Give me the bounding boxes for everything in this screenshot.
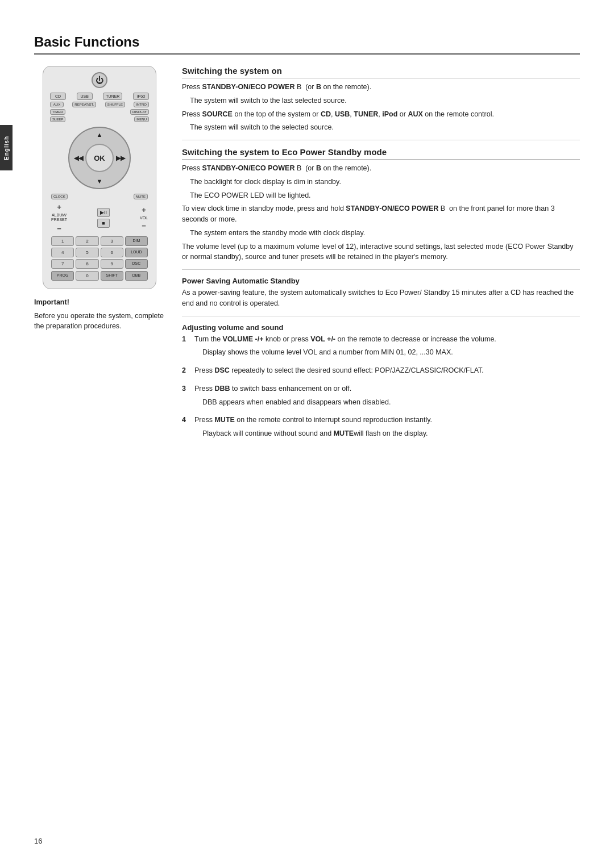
nav-circle: ▲ ◀◀ OK ▶▶ ▼	[68, 127, 131, 189]
page-number: 16	[34, 837, 42, 845]
power-saving-text: As a power-saving feature, the system au…	[182, 287, 580, 309]
num-1: 1	[51, 236, 74, 246]
remote-row3: TIMER DISPLAY	[49, 109, 150, 115]
repeat-button: REPEAT/ST.	[72, 102, 96, 107]
usb-button: USB	[77, 93, 93, 100]
eco-standby-p3: The ECO POWER LED will be lighted.	[182, 190, 580, 201]
power-saving-title: Power Saving Automatic Standby	[182, 277, 580, 285]
num-9: 9	[101, 259, 123, 269]
shift-button: SHIFT	[101, 271, 123, 281]
section-switching-on: Switching the system on Press STANDBY-ON…	[182, 66, 580, 133]
volume-item-4: 4 Press MUTE on the remote control to in…	[182, 415, 580, 442]
switching-on-p1: Press STANDBY-ON/ECO POWER B (or B on th…	[182, 82, 580, 93]
switching-on-p2: The system will switch to the last selec…	[182, 95, 580, 106]
tuner-button: TUNER	[103, 93, 122, 100]
nav-up-arrow: ▲	[97, 131, 103, 138]
switching-on-p4: The system will switch to the selected s…	[182, 122, 580, 133]
num-6: 6	[101, 248, 123, 257]
vol-minus: −	[142, 222, 146, 230]
important-heading: Important!	[34, 298, 69, 306]
volume-item-2: 2 Press DSC repeatedly to select the des…	[182, 365, 580, 379]
item-4-content: Press MUTE on the remote control to inte…	[194, 415, 580, 442]
dbb-button: DBB	[125, 271, 148, 281]
remote-power-area: ⏻	[49, 72, 150, 88]
item-2-text: Press DSC repeatedly to select the desir…	[194, 365, 580, 376]
intro-button: INTRO	[134, 102, 149, 107]
eco-standby-title: Switching the system to Eco Power Standb…	[182, 147, 580, 160]
shuffle-button: SHUFFLE	[105, 102, 125, 107]
eco-standby-p2: The backlight for clock display is dim i…	[182, 177, 580, 187]
numpad: 1 2 3 DIM 4 5 6 LOUD 7 8 9 DSC	[49, 236, 150, 269]
adjusting-volume-title: Adjusting volume and sound	[182, 323, 580, 332]
section-divider-1	[182, 140, 580, 140]
num-0: 0	[76, 271, 98, 281]
item-3-num: 3	[182, 383, 190, 411]
nav-left-arrow: ◀◀	[74, 155, 83, 162]
num-3: 3	[101, 236, 123, 246]
item-4-text: Press MUTE on the remote control to inte…	[194, 415, 580, 425]
item-4-num: 4	[182, 415, 190, 442]
eco-standby-p6: The volume level (up to a maximum volume…	[182, 241, 580, 263]
prog-button: PROG	[51, 271, 74, 281]
nav-right-arrow: ▶▶	[116, 155, 125, 162]
switching-on-p3: Press SOURCE on the top of the system or…	[182, 109, 580, 120]
nav-down-arrow: ▼	[97, 178, 103, 185]
section-adjusting-volume: Adjusting volume and sound 1 Turn the VO…	[182, 323, 580, 442]
power-icon: ⏻	[96, 76, 103, 85]
remote-row2: AUX REPEAT/ST. SHUFFLE INTRO	[49, 102, 150, 107]
item-3-content: Press DBB to switch bass enhancement on …	[194, 383, 580, 411]
section-power-saving: Power Saving Automatic Standby As a powe…	[182, 277, 580, 309]
album-plus: +	[57, 203, 61, 211]
play-pause-button: ▶II	[97, 208, 110, 217]
right-column: Switching the system on Press STANDBY-ON…	[182, 66, 580, 446]
vol-plus: +	[142, 206, 146, 214]
num-2: 2	[76, 236, 98, 246]
important-note: Important! Before you operate the system…	[34, 297, 165, 332]
item-2-content: Press DSC repeatedly to select the desir…	[194, 365, 580, 379]
clock-button: CLOCK	[51, 194, 68, 199]
title-divider	[34, 53, 580, 55]
vol-label: VOL	[140, 216, 148, 220]
remote-control-image: ⏻ CD USB TUNER iPod AUX REPEAT/ST. SHUFF…	[43, 66, 156, 289]
item-4-indent: Playback will continue without sound and…	[194, 428, 580, 439]
remote-source-row: CD USB TUNER iPod	[49, 93, 150, 100]
display-button: DISPLAY	[130, 109, 149, 115]
eco-standby-p4: To view clock time in standby mode, pres…	[182, 203, 580, 225]
section-eco-standby: Switching the system to Eco Power Standb…	[182, 147, 580, 262]
album-preset-col: + ALBUM/PRESET −	[51, 203, 67, 233]
sleep-button: SLEEP	[50, 116, 65, 122]
dim-button: DIM	[125, 236, 148, 246]
mute-button: MUTE	[134, 194, 148, 199]
item-1-text: Turn the VOLUME -/+ knob or press VOL +/…	[194, 334, 580, 345]
loud-button: LOUD	[125, 248, 148, 257]
dsc-button: DSC	[125, 259, 148, 269]
cd-button: CD	[50, 93, 66, 100]
switching-on-title: Switching the system on	[182, 66, 580, 78]
num-8: 8	[76, 259, 98, 269]
page-title: Basic Functions	[34, 34, 580, 50]
volume-item-1: 1 Turn the VOLUME -/+ knob or press VOL …	[182, 334, 580, 361]
nav-circle-area: ▲ ◀◀ OK ▶▶ ▼	[49, 127, 150, 189]
num-7: 7	[51, 259, 74, 269]
aux-button: AUX	[50, 102, 64, 107]
important-text: Before you operate the system, complete …	[34, 311, 165, 332]
eco-standby-p5: The system enters the standby mode with …	[182, 228, 580, 239]
album-preset-label: ALBUM/PRESET	[51, 213, 67, 223]
language-tab: English	[0, 125, 13, 170]
album-minus: −	[57, 224, 61, 233]
left-column: ⏻ CD USB TUNER iPod AUX REPEAT/ST. SHUFF…	[34, 66, 165, 335]
num-5: 5	[76, 248, 98, 257]
item-2-num: 2	[182, 365, 190, 379]
timer-button: TIMER	[50, 109, 65, 115]
volume-item-3: 3 Press DBB to switch bass enhancement o…	[182, 383, 580, 411]
num-4: 4	[51, 248, 74, 257]
eco-standby-p1: Press STANDBY-ON/ECO POWER B (or B on th…	[182, 163, 580, 174]
bottom-row: PROG 0 SHIFT DBB	[49, 271, 150, 281]
ok-button: OK	[85, 144, 114, 172]
adjusting-volume-list: 1 Turn the VOLUME -/+ knob or press VOL …	[182, 334, 580, 442]
remote-vol-area: + ALBUM/PRESET − ▶II ■ + VOL −	[49, 203, 150, 233]
item-3-text: Press DBB to switch bass enhancement on …	[194, 383, 580, 394]
item-1-num: 1	[182, 334, 190, 361]
vol-col: + VOL −	[140, 206, 148, 230]
item-3-indent: DBB appears when enabled and disappears …	[194, 397, 580, 408]
